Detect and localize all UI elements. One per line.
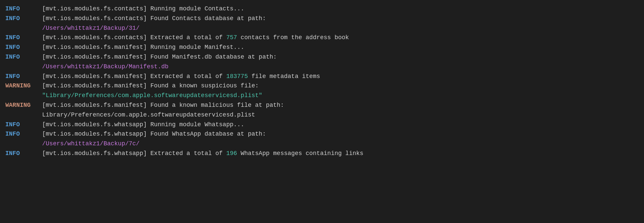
log-level: INFO bbox=[5, 120, 42, 130]
log-message: [mvt.ios.modules.fs.contacts] Running mo… bbox=[42, 4, 639, 14]
log-message: [mvt.ios.modules.fs.manifest] Found Mani… bbox=[42, 52, 639, 72]
log-line: INFO[mvt.ios.modules.fs.whatsapp] Extrac… bbox=[5, 149, 639, 158]
log-level: INFO bbox=[5, 149, 42, 158]
log-message: [mvt.ios.modules.fs.contacts] Found Cont… bbox=[42, 14, 639, 33]
log-line: INFO[mvt.ios.modules.fs.contacts] Extrac… bbox=[5, 33, 639, 43]
log-level: INFO bbox=[5, 14, 42, 23]
log-message: [mvt.ios.modules.fs.manifest] Extracted … bbox=[42, 72, 639, 81]
path-value: /Users/whittakz1/Backup/31/ bbox=[42, 25, 140, 31]
log-message: [mvt.ios.modules.fs.contacts] Extracted … bbox=[42, 33, 639, 43]
log-line: INFO[mvt.ios.modules.fs.whatsapp] Found … bbox=[5, 129, 639, 149]
log-message: [mvt.ios.modules.fs.whatsapp] Found What… bbox=[42, 129, 639, 149]
log-line: INFO[mvt.ios.modules.fs.manifest] Found … bbox=[5, 52, 639, 72]
log-level: INFO bbox=[5, 52, 42, 62]
number-value: 196 bbox=[226, 150, 237, 157]
malicious-path: Library/Preferences/com.apple.softwareup… bbox=[42, 112, 255, 118]
log-level: INFO bbox=[5, 43, 42, 52]
path-value: /Users/whittakz1/Backup/7c/ bbox=[42, 140, 140, 147]
log-message: [mvt.ios.modules.fs.whatsapp] Extracted … bbox=[42, 149, 639, 158]
log-message: [mvt.ios.modules.fs.manifest] Found a kn… bbox=[42, 100, 639, 120]
log-message: [mvt.ios.modules.fs.whatsapp] Running mo… bbox=[42, 120, 639, 130]
log-level: WARNING bbox=[5, 81, 42, 91]
log-container: INFO[mvt.ios.modules.fs.contacts] Runnin… bbox=[5, 4, 639, 158]
log-line: INFO[mvt.ios.modules.fs.manifest] Runnin… bbox=[5, 43, 639, 52]
log-level: INFO bbox=[5, 72, 42, 81]
log-line: INFO[mvt.ios.modules.fs.whatsapp] Runnin… bbox=[5, 120, 639, 130]
log-message: [mvt.ios.modules.fs.manifest] Running mo… bbox=[42, 43, 639, 52]
path-value: /Users/whittakz1/Backup/Manifest.db bbox=[42, 63, 168, 70]
log-line: WARNING[mvt.ios.modules.fs.manifest] Fou… bbox=[5, 100, 639, 120]
log-level: INFO bbox=[5, 33, 42, 43]
log-level: INFO bbox=[5, 4, 42, 14]
log-line: INFO[mvt.ios.modules.fs.contacts] Found … bbox=[5, 14, 639, 33]
log-level: INFO bbox=[5, 129, 42, 139]
suspicious-path: "Library/Preferences/com.apple.softwareu… bbox=[42, 92, 262, 99]
log-message: [mvt.ios.modules.fs.manifest] Found a kn… bbox=[42, 81, 639, 100]
log-line: INFO[mvt.ios.modules.fs.contacts] Runnin… bbox=[5, 4, 639, 14]
log-line: INFO[mvt.ios.modules.fs.manifest] Extrac… bbox=[5, 72, 639, 81]
number-value: 183775 bbox=[226, 73, 248, 80]
number-value: 757 bbox=[226, 34, 237, 41]
log-level: WARNING bbox=[5, 100, 42, 110]
log-line: WARNING[mvt.ios.modules.fs.manifest] Fou… bbox=[5, 81, 639, 100]
